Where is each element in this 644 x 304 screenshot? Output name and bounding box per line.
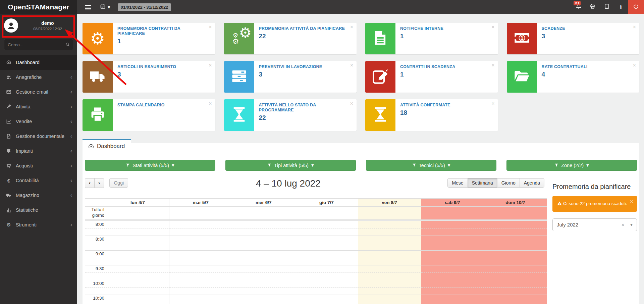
infobox-close-button[interactable]: × bbox=[491, 101, 494, 106]
infobox-title-link[interactable]: RATE CONTRATTUALI bbox=[542, 64, 635, 69]
calendar-today-button[interactable]: Oggi bbox=[109, 178, 128, 188]
calendar-view-settimana[interactable]: Settimana bbox=[468, 178, 497, 188]
calendar-slot[interactable] bbox=[421, 258, 484, 265]
select-clear-icon[interactable]: × bbox=[622, 222, 624, 227]
app-logo[interactable]: OpenSTAManager bbox=[0, 0, 77, 14]
calendar-slot[interactable] bbox=[358, 302, 421, 304]
calendar-slot[interactable] bbox=[358, 221, 421, 229]
calendar-slot[interactable] bbox=[232, 280, 295, 288]
filter-button-stati-attivita-5-5[interactable]: Stati attività (5/5)▼ bbox=[85, 160, 215, 171]
calendar-slot[interactable] bbox=[484, 273, 547, 280]
calendar-slot[interactable] bbox=[358, 236, 421, 243]
calendar-slot[interactable] bbox=[106, 258, 169, 265]
calendar-view-agenda[interactable]: Agenda bbox=[520, 178, 544, 188]
calendar-slot[interactable] bbox=[232, 236, 295, 243]
print-button[interactable] bbox=[586, 0, 600, 14]
calendar-slot[interactable] bbox=[421, 251, 484, 258]
period-badge[interactable]: 01/01/2022 - 31/12/2022 bbox=[118, 3, 171, 11]
calendar-slot[interactable] bbox=[169, 251, 232, 258]
calendar-slot[interactable] bbox=[421, 280, 484, 288]
calendar-slot[interactable] bbox=[169, 302, 232, 304]
calendar-slot[interactable] bbox=[169, 265, 232, 273]
infobox-title-link[interactable]: ATTIVITÀ NELLO STATO DA PROGRAMMARE bbox=[259, 103, 352, 113]
calendar-slot[interactable] bbox=[232, 258, 295, 265]
calendar-slot[interactable] bbox=[484, 280, 547, 288]
infobox-close-button[interactable]: × bbox=[350, 24, 353, 30]
calendar-slot[interactable] bbox=[106, 273, 169, 280]
calendar-slot[interactable] bbox=[169, 243, 232, 251]
calendar-slot[interactable] bbox=[232, 243, 295, 251]
infobox-close-button[interactable]: × bbox=[209, 24, 212, 30]
calendar-allday-slot[interactable] bbox=[358, 207, 421, 220]
calendar-slot[interactable] bbox=[421, 229, 484, 236]
calendar-slot[interactable] bbox=[295, 280, 358, 288]
calendar-allday-slot[interactable] bbox=[106, 207, 169, 220]
filter-button-tecnici-5-5[interactable]: Tecnici (5/5)▼ bbox=[366, 160, 496, 171]
infobox-close-button[interactable]: × bbox=[350, 63, 353, 68]
calendar-slot[interactable] bbox=[484, 236, 547, 243]
infobox-close-button[interactable]: × bbox=[491, 63, 494, 68]
calendar-slot[interactable] bbox=[358, 295, 421, 302]
calendar-slot[interactable] bbox=[169, 258, 232, 265]
calendar-allday-slot[interactable] bbox=[232, 207, 295, 220]
calendar-next-button[interactable]: › bbox=[94, 178, 104, 188]
filter-button-tipi-attivita-5-5[interactable]: Tipi attività (5/5)▼ bbox=[225, 160, 356, 171]
calendar-view-mese[interactable]: Mese bbox=[447, 178, 468, 188]
calendar-slot[interactable] bbox=[484, 243, 547, 251]
calendar-allday-slot[interactable] bbox=[484, 207, 547, 220]
sidebar-item-attivita[interactable]: Attività‹ bbox=[0, 99, 77, 114]
docs-button[interactable] bbox=[600, 0, 614, 14]
calendar-slot[interactable] bbox=[358, 288, 421, 295]
infobox-title-link[interactable]: PROMEMORIA CONTRATTI DA PIANIFICARE bbox=[117, 26, 211, 36]
sidebar-item-dashboard[interactable]: Dashboard bbox=[0, 55, 77, 70]
calendar-slot[interactable] bbox=[169, 221, 232, 229]
calendar-slot[interactable] bbox=[169, 295, 232, 302]
calendar-slot[interactable] bbox=[106, 302, 169, 304]
calendar-slot[interactable] bbox=[232, 265, 295, 273]
infobox-title-link[interactable]: PREVENTIVI IN LAVORAZIONE bbox=[259, 64, 352, 69]
logout-button[interactable] bbox=[628, 0, 644, 14]
calendar-slot[interactable] bbox=[484, 251, 547, 258]
sidebar-item-anagrafiche[interactable]: Anagrafiche‹ bbox=[0, 70, 77, 85]
sidebar-item-contabilita[interactable]: €Contabilità‹ bbox=[0, 173, 77, 188]
calendar-allday-slot[interactable] bbox=[421, 207, 484, 220]
calendar-slot[interactable] bbox=[169, 273, 232, 280]
calendar-allday-slot[interactable] bbox=[295, 207, 358, 220]
calendar-slot[interactable] bbox=[295, 258, 358, 265]
infobox-title-link[interactable]: ARTICOLI IN ESAURIMENTO bbox=[117, 64, 211, 69]
sidebar-item-vendite[interactable]: Vendite‹ bbox=[0, 114, 77, 129]
calendar-slot[interactable] bbox=[295, 273, 358, 280]
infobox-close-button[interactable]: × bbox=[350, 101, 353, 106]
calendar-slot[interactable] bbox=[106, 280, 169, 288]
calendar-slot[interactable] bbox=[421, 273, 484, 280]
sidebar-item-magazzino[interactable]: Magazzino‹ bbox=[0, 188, 77, 203]
calendar-slot[interactable] bbox=[358, 229, 421, 236]
infobox-title-link[interactable]: CONTRATTI IN SCADENZA bbox=[400, 64, 493, 69]
calendar-slot[interactable] bbox=[295, 243, 358, 251]
calendar-slot[interactable] bbox=[232, 295, 295, 302]
calendar-slot[interactable] bbox=[106, 288, 169, 295]
calendar-slot[interactable] bbox=[421, 243, 484, 251]
calendar-slot[interactable] bbox=[232, 229, 295, 236]
calendar-slot[interactable] bbox=[106, 236, 169, 243]
sidebar-item-impianti[interactable]: Impianti‹ bbox=[0, 144, 77, 158]
calendar-slot[interactable] bbox=[232, 302, 295, 304]
calendar-dropdown[interactable]: ▼ bbox=[100, 4, 110, 11]
sidebar-item-statistiche[interactable]: Statistiche bbox=[0, 203, 77, 217]
tab-dashboard[interactable]: Dashboard bbox=[83, 139, 131, 153]
calendar-slot[interactable] bbox=[421, 302, 484, 304]
calendar-slot[interactable] bbox=[421, 221, 484, 229]
calendar-prev-button[interactable]: ‹ bbox=[85, 178, 95, 188]
calendar-slot[interactable] bbox=[169, 288, 232, 295]
calendar-slot[interactable] bbox=[232, 273, 295, 280]
calendar-slot[interactable] bbox=[484, 265, 547, 273]
calendar-slot[interactable] bbox=[358, 273, 421, 280]
calendar-slot[interactable] bbox=[106, 295, 169, 302]
calendar-slot[interactable] bbox=[106, 265, 169, 273]
calendar-slot[interactable] bbox=[295, 265, 358, 273]
calendar-slot[interactable] bbox=[421, 288, 484, 295]
calendar-slot[interactable] bbox=[358, 243, 421, 251]
calendar-slot[interactable] bbox=[484, 258, 547, 265]
calendar-slot[interactable] bbox=[169, 280, 232, 288]
infobox-close-button[interactable]: × bbox=[633, 24, 636, 30]
